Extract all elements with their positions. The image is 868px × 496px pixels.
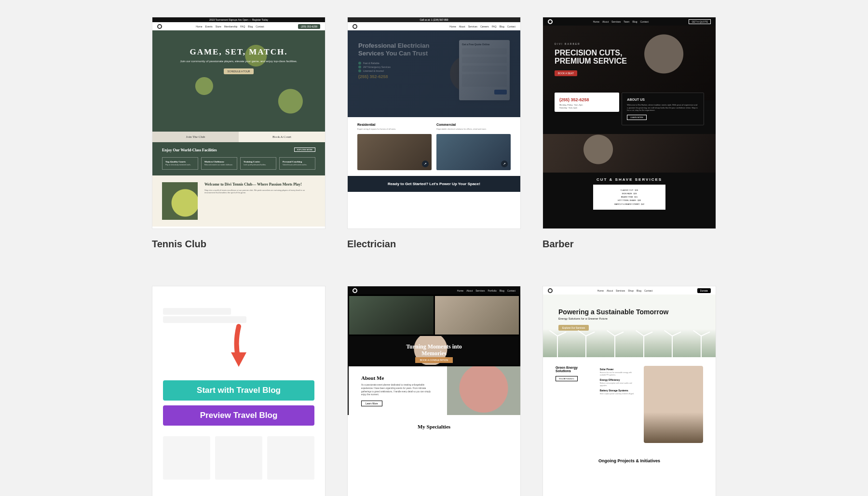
thumb-topbar: 2023 Tournament Signups Are Open — Regis… xyxy=(152,17,325,22)
barber-action-image xyxy=(543,134,716,173)
residential-image: ↗ xyxy=(357,134,432,170)
thumb-hero: GAME, SET, MATCH. Join our community of … xyxy=(152,30,325,132)
planner-portrait-image xyxy=(447,366,520,415)
gallery-image xyxy=(349,296,434,335)
arrow-icon: ↗ xyxy=(422,161,429,167)
template-card-barber[interactable]: HomeAboutServicesTeamBlogContact GET A Q… xyxy=(542,17,716,250)
template-thumbnail: HomeAboutServicesTeamBlogContact GET A Q… xyxy=(542,17,716,229)
placeholder-block xyxy=(215,436,262,480)
wind-turbines-icon xyxy=(543,328,716,357)
tennis-ball-image xyxy=(162,182,198,220)
template-card-travel-blog[interactable]: Start with Travel Blog Preview Travel Bl… xyxy=(152,286,326,496)
preview-template-button[interactable]: Preview Travel Blog xyxy=(163,405,314,426)
thumb-topbar: Call us at: 1 (234) 567-890 xyxy=(348,17,520,22)
quote-form: Get a Free Quote Online xyxy=(459,40,510,100)
placeholder-block xyxy=(163,436,210,480)
template-thumbnail: HomeAboutServicesPortfolioBlogContact Tu… xyxy=(347,286,521,496)
template-title: Tennis Club xyxy=(152,239,326,250)
commercial-image: ↗ xyxy=(436,134,511,170)
template-title: Barber xyxy=(542,239,716,250)
divi-logo-icon xyxy=(157,24,162,29)
template-thumbnail-hover: Start with Travel Blog Preview Travel Bl… xyxy=(152,286,326,496)
divi-logo-icon xyxy=(548,288,553,293)
start-with-template-button[interactable]: Start with Travel Blog xyxy=(163,380,314,401)
pointer-arrow-icon xyxy=(163,323,314,372)
divi-logo-icon xyxy=(353,288,357,293)
thumb-nav: HomeAboutServicesShopBlogContact Donate xyxy=(543,286,716,295)
thumb-nav: HomeAboutServicesPortfolioBlogContact xyxy=(348,286,520,295)
template-thumbnail: Call us at: 1 (234) 567-890 HomeAboutSer… xyxy=(347,17,521,229)
gallery-image xyxy=(435,296,519,335)
hero-overlay: Turning Moments intoMemories BOOK A CONS… xyxy=(349,336,519,365)
thumb-nav: HomeEventsStoreMembershipFAQBlogContact … xyxy=(152,22,325,30)
arrow-icon: ↗ xyxy=(501,161,508,167)
template-card-tennis-club[interactable]: 2023 Tournament Signups Are Open — Regis… xyxy=(152,17,326,250)
template-thumbnail: 2023 Tournament Signups Are Open — Regis… xyxy=(152,17,326,229)
thumb-nav: HomeAboutServicesTeamBlogContact GET A Q… xyxy=(543,17,716,26)
divi-logo-icon xyxy=(353,24,357,29)
template-card-event-planner[interactable]: HomeAboutServicesPortfolioBlogContact Tu… xyxy=(347,286,521,496)
placeholder-block xyxy=(267,436,314,480)
landscape-image xyxy=(644,366,703,443)
template-card-electrician[interactable]: Call us at: 1 (234) 567-890 HomeAboutSer… xyxy=(347,17,521,250)
divi-logo-icon xyxy=(548,19,553,24)
template-title: Electrician xyxy=(347,239,521,250)
send-button xyxy=(494,90,507,94)
template-thumbnail: HomeAboutServicesShopBlogContact Donate … xyxy=(542,286,716,496)
template-card-sustainability[interactable]: HomeAboutServicesShopBlogContact Donate … xyxy=(542,286,716,496)
